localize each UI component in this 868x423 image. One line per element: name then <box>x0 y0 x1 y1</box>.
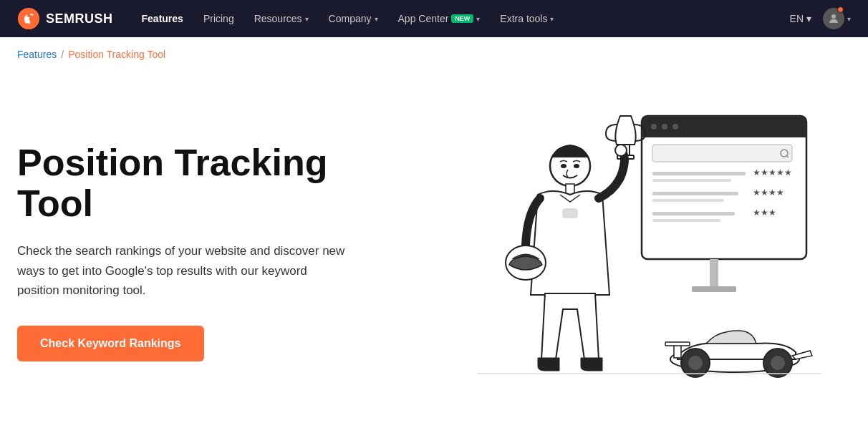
resources-chevron-icon: ▾ <box>305 15 309 23</box>
hero-section: Position Tracking Tool Check the search … <box>0 66 868 423</box>
svg-rect-30 <box>665 342 690 346</box>
nav-item-appcenter[interactable]: App Center new ▾ <box>390 9 489 29</box>
hero-content: Position Tracking Tool Check the search … <box>17 142 390 361</box>
user-menu[interactable]: ▾ <box>823 8 851 29</box>
nav-right: EN ▾ ▾ <box>790 8 851 29</box>
svg-rect-21 <box>692 286 736 292</box>
hero-description: Check the search rankings of your websit… <box>17 241 347 300</box>
svg-point-32 <box>561 164 566 168</box>
svg-text:★★★: ★★★ <box>753 208 776 218</box>
illustration-svg: ★★★★★ ★★★★ ★★★ <box>420 94 821 409</box>
app-center-badge: new <box>451 14 473 23</box>
svg-rect-14 <box>652 192 738 195</box>
svg-rect-35 <box>563 209 577 218</box>
breadcrumb-separator: / <box>61 49 64 60</box>
svg-point-26 <box>688 356 703 370</box>
svg-rect-8 <box>652 145 792 162</box>
svg-point-5 <box>651 124 657 130</box>
lang-chevron-icon: ▾ <box>806 13 811 24</box>
svg-rect-15 <box>652 199 724 202</box>
svg-rect-4 <box>642 130 806 137</box>
breadcrumb: Features / Position Tracking Tool <box>0 37 868 66</box>
extratools-chevron-icon: ▾ <box>550 15 554 23</box>
nav-item-pricing[interactable]: Pricing <box>195 9 243 29</box>
language-selector[interactable]: EN ▾ <box>790 13 811 24</box>
nav-item-extratools[interactable]: Extra tools ▾ <box>491 9 562 29</box>
svg-point-1 <box>831 14 836 19</box>
page-title: Position Tracking Tool <box>17 142 390 224</box>
main-nav: SEMRUSH Features Pricing Resources ▾ Com… <box>0 0 868 37</box>
logo[interactable]: SEMRUSH <box>17 7 113 30</box>
breadcrumb-features-link[interactable]: Features <box>17 49 57 60</box>
svg-point-33 <box>574 164 579 168</box>
svg-rect-20 <box>710 259 718 288</box>
nav-item-features[interactable]: Features <box>133 9 192 29</box>
nav-item-resources[interactable]: Resources ▾ <box>246 9 317 29</box>
svg-text:★★★★: ★★★★ <box>753 188 784 198</box>
breadcrumb-current: Position Tracking Tool <box>68 49 165 60</box>
svg-point-6 <box>662 124 667 130</box>
cta-button[interactable]: Check Keyword Rankings <box>17 326 204 361</box>
svg-rect-17 <box>652 212 735 215</box>
logo-text: SEMRUSH <box>46 11 113 26</box>
nav-items: Features Pricing Resources ▾ Company ▾ A… <box>133 9 790 29</box>
nav-item-company[interactable]: Company ▾ <box>320 9 387 29</box>
svg-rect-12 <box>652 179 731 182</box>
company-chevron-icon: ▾ <box>375 15 378 23</box>
notification-dot <box>837 6 844 13</box>
svg-text:★★★★★: ★★★★★ <box>753 167 792 178</box>
svg-rect-11 <box>652 172 746 175</box>
hero-illustration: ★★★★★ ★★★★ ★★★ <box>390 94 851 409</box>
svg-point-28 <box>771 356 785 370</box>
user-icon <box>827 12 840 25</box>
svg-point-36 <box>615 145 627 156</box>
appcenter-chevron-icon: ▾ <box>476 15 480 23</box>
svg-rect-18 <box>652 219 720 222</box>
logo-icon <box>17 7 40 30</box>
user-chevron-icon: ▾ <box>847 15 851 23</box>
svg-point-7 <box>672 124 678 130</box>
